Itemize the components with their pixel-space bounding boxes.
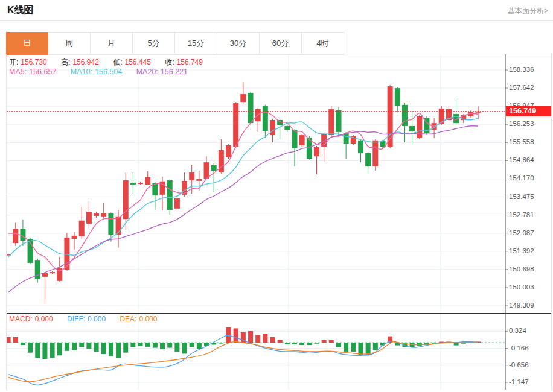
- dea-value: 0.000: [139, 315, 157, 323]
- candle-body: [94, 213, 99, 216]
- candle-body: [336, 110, 341, 132]
- candle-body: [365, 153, 371, 166]
- candle-body: [174, 198, 180, 209]
- macd-bar: [351, 343, 356, 352]
- macd-bar: [461, 343, 466, 344]
- macd-axis-label: 0.324: [509, 327, 526, 334]
- candle-body: [299, 135, 305, 145]
- candle-body: [86, 212, 92, 224]
- ma10-value: 156.504: [95, 68, 122, 76]
- macd-bar: [344, 343, 348, 352]
- macd-bar: [299, 343, 304, 345]
- price-axis-label: 152.781: [509, 211, 534, 218]
- macd-bar: [248, 331, 253, 343]
- macd-bar: [219, 343, 223, 344]
- macd-bar: [101, 343, 106, 354]
- macd-bar: [454, 343, 459, 346]
- macd-bar: [336, 343, 341, 347]
- dea-line: [8, 342, 479, 382]
- macd-bar: [182, 343, 187, 353]
- diff-label: DIFF:: [67, 315, 85, 323]
- macd-bar: [263, 334, 267, 343]
- macd-bar: [307, 343, 312, 345]
- macd-bar: [28, 343, 33, 353]
- candle-body: [395, 88, 400, 106]
- macd-bar: [145, 343, 150, 347]
- high-value: 156.942: [72, 58, 98, 66]
- tab-interval-3[interactable]: 5分: [133, 32, 175, 55]
- macd-bar: [7, 337, 11, 343]
- candle-body: [263, 106, 268, 131]
- candle-body: [292, 130, 297, 148]
- candle-body: [240, 94, 246, 102]
- macd-bar: [417, 343, 422, 346]
- macd-row: MACD:0.000 DIFF:0.000 DEA:0.000: [9, 315, 169, 323]
- tab-interval-1[interactable]: 周: [48, 32, 91, 55]
- macd-bar: [322, 340, 327, 343]
- tab-interval-0[interactable]: 日: [6, 32, 48, 55]
- chart-canvas[interactable]: [7, 54, 552, 390]
- candle-body: [101, 213, 106, 217]
- macd-bar: [109, 343, 113, 356]
- macd-bar: [116, 343, 121, 358]
- tab-interval-6[interactable]: 60分: [260, 32, 302, 55]
- macd-bar: [234, 328, 238, 343]
- tab-interval-2[interactable]: 月: [91, 32, 133, 55]
- kline-chart[interactable]: 开:156.730 高:156.942 低:156.445 收:156.749 …: [6, 54, 552, 390]
- open-value: 156.730: [21, 58, 46, 66]
- tab-interval-4[interactable]: 15分: [175, 32, 217, 55]
- candle-body: [358, 141, 363, 153]
- macd-bar: [292, 343, 297, 344]
- candle-body: [138, 183, 143, 184]
- macd-bar: [190, 343, 194, 347]
- price-axis-label: 154.864: [509, 156, 534, 163]
- candle-body: [211, 165, 217, 171]
- low-value: 156.445: [125, 58, 151, 66]
- price-axis-label: 155.558: [509, 138, 534, 145]
- macd-bar: [72, 343, 77, 350]
- candle-body: [13, 229, 18, 243]
- dea-label: DEA:: [120, 315, 136, 323]
- candle-body: [130, 183, 136, 185]
- candle-body: [219, 150, 224, 172]
- macd-bar: [285, 343, 290, 344]
- candle-body: [108, 213, 113, 235]
- price-axis-label: 149.309: [509, 302, 534, 309]
- ma10-line: [8, 116, 479, 257]
- candle-body: [328, 109, 334, 135]
- macd-axis-label: -1.147: [509, 378, 529, 385]
- candle-body: [372, 141, 378, 166]
- macd-bar: [138, 343, 143, 346]
- macd-bar: [57, 343, 62, 355]
- macd-bar: [79, 343, 84, 347]
- macd-bar: [160, 343, 165, 349]
- tab-interval-7[interactable]: 4时: [302, 32, 344, 55]
- candle-body: [314, 147, 319, 156]
- candle-body: [72, 236, 77, 239]
- macd-bar: [314, 343, 319, 344]
- price-axis-label: 158.336: [509, 66, 534, 73]
- price-axis-label: 153.475: [509, 193, 534, 200]
- macd-bar: [197, 343, 202, 349]
- macd-bar: [167, 343, 172, 348]
- candle-body: [57, 268, 62, 281]
- macd-bar: [13, 337, 18, 343]
- macd-bar: [174, 343, 179, 352]
- current-price-badge: 156.749: [506, 106, 552, 116]
- candle-body: [189, 172, 194, 180]
- price-axis-label: 154.170: [509, 174, 534, 182]
- candle-body: [196, 179, 202, 181]
- ma20-line: [8, 126, 479, 292]
- macd-bar: [42, 343, 47, 359]
- open-label: 开:: [9, 58, 18, 66]
- macd-bar: [21, 343, 25, 345]
- tab-interval-5[interactable]: 30分: [217, 32, 260, 55]
- ma5-value: 156.657: [29, 68, 56, 76]
- macd-label: MACD:: [9, 315, 33, 323]
- candle-body: [145, 177, 150, 185]
- low-label: 低:: [113, 58, 122, 66]
- candle-body: [233, 103, 238, 147]
- macd-bar: [270, 337, 275, 343]
- ma5-label: MA5:: [9, 68, 27, 76]
- fundamental-analysis-link[interactable]: 基本面分析>: [508, 6, 548, 16]
